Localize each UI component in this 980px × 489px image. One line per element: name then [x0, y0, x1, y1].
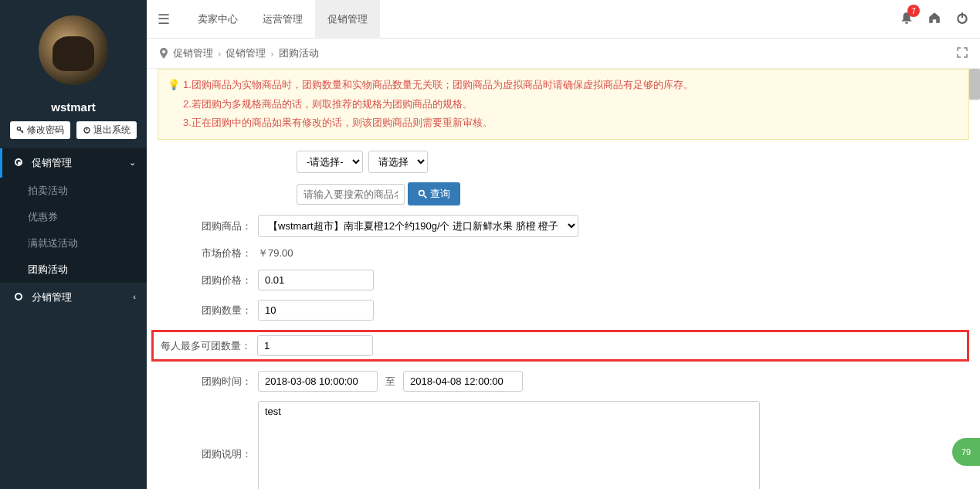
menu-toggle-icon[interactable]: ☰	[158, 11, 170, 28]
power-icon	[955, 11, 969, 25]
category-select-2[interactable]: 请选择	[368, 151, 428, 173]
max-per-person-row: 每人最多可团数量：	[151, 330, 969, 362]
time-separator: 至	[385, 375, 395, 389]
fullscreen-button[interactable]	[957, 47, 968, 60]
market-price-label: 市场价格：	[158, 246, 258, 260]
desc-label: 团购说明：	[158, 401, 258, 461]
tip-line-1: 1.团购商品为实物商品时，团购数量和实物商品数量无关联；团购商品为虚拟商品时请确…	[183, 79, 693, 90]
nav-item-auction[interactable]: 拍卖活动	[0, 178, 147, 204]
market-price-value: ￥79.00	[258, 246, 293, 260]
logout-button[interactable]: 退出系统	[76, 121, 137, 139]
avatar-section	[0, 0, 147, 93]
notification-badge: 7	[907, 5, 920, 17]
form: -请选择- 请选择 查询 团购商品： 【wstmart超市】南非夏橙12个约19…	[147, 140, 980, 489]
chevron-down-icon: ⌄	[129, 158, 136, 168]
avatar[interactable]	[39, 15, 108, 85]
search-icon	[418, 189, 428, 199]
category-select-1[interactable]: -请选择-	[297, 151, 363, 173]
nav-item-fullgift[interactable]: 满就送活动	[0, 230, 147, 256]
start-time-input[interactable]	[258, 371, 378, 392]
chevron-left-icon: ‹	[133, 292, 136, 301]
main: ☰ 卖家中心 运营管理 促销管理 7 促销管理 › 促销管理 › 团购活动	[147, 0, 980, 489]
search-button[interactable]: 查询	[408, 182, 460, 205]
tip-line-3: 3.正在团购中的商品如果有修改的话，则该团购商品则需要重新审核。	[183, 117, 493, 128]
nav-item-coupon[interactable]: 优惠券	[0, 204, 147, 230]
svg-point-4	[419, 190, 424, 195]
svg-point-3	[162, 50, 165, 53]
tip-line-2: 2.若团购为多规格商品的话，则取推荐的规格为团购商品的规格。	[183, 98, 473, 110]
key-icon	[16, 126, 25, 134]
group-price-input[interactable]	[258, 270, 374, 290]
change-password-button[interactable]: 修改密码	[10, 121, 70, 139]
end-time-input[interactable]	[403, 371, 523, 392]
radio-icon	[15, 293, 22, 301]
group-price-label: 团购价格：	[158, 273, 258, 287]
goods-select[interactable]: 【wstmart超市】南非夏橙12个约190g/个 进口新鲜水果 脐橙 橙子	[258, 215, 578, 237]
topnav-seller[interactable]: 卖家中心	[185, 0, 250, 39]
sidebar: wstmart 修改密码 退出系统 促销管理 ⌄ 拍卖活动 优惠券 满就送活动 …	[0, 0, 147, 489]
username: wstmart	[0, 100, 147, 114]
crumb-1[interactable]: 促销管理	[173, 46, 213, 60]
topnav-operations[interactable]: 运营管理	[250, 0, 315, 39]
desc-textarea[interactable]	[258, 401, 760, 489]
scrollbar[interactable]	[969, 69, 980, 489]
breadcrumb-sep: ›	[270, 48, 273, 59]
nav-sub-promotion: 拍卖活动 优惠券 满就送活动 团购活动	[0, 178, 147, 283]
expand-icon	[957, 47, 968, 58]
max-per-person-input[interactable]	[257, 335, 373, 356]
radio-icon	[15, 158, 22, 166]
power-icon	[83, 126, 91, 134]
tip-box: 💡1.团购商品为实物商品时，团购数量和实物商品数量无关联；团购商品为虚拟商品时请…	[158, 69, 969, 140]
topnav-promotion[interactable]: 促销管理	[315, 0, 380, 39]
nav-item-groupbuy[interactable]: 团购活动	[0, 256, 147, 283]
nav-group-label: 分销管理	[32, 291, 72, 303]
home-button[interactable]	[927, 11, 941, 27]
map-marker-icon	[159, 48, 168, 59]
group-qty-label: 团购数量：	[158, 304, 258, 318]
sidebar-buttons: 修改密码 退出系统	[0, 121, 147, 148]
crumb-3[interactable]: 团购活动	[279, 46, 319, 60]
goods-label: 团购商品：	[158, 219, 258, 233]
topbar-right: 7	[900, 11, 969, 27]
nav-group-distribution[interactable]: 分销管理 ‹	[0, 283, 147, 312]
search-input[interactable]	[297, 184, 405, 205]
home-icon	[927, 11, 941, 25]
nav-group-label: 促销管理	[32, 157, 72, 168]
floating-action-button[interactable]: 79	[952, 438, 980, 466]
group-qty-input[interactable]	[258, 300, 374, 321]
breadcrumb-sep: ›	[218, 48, 221, 59]
max-per-person-label: 每人最多可团数量：	[157, 339, 257, 353]
nav-group-promotion[interactable]: 促销管理 ⌄	[0, 148, 147, 178]
content: 💡1.团购商品为实物商品时，团购数量和实物商品数量无关联；团购商品为虚拟商品时请…	[147, 69, 980, 489]
time-label: 团购时间：	[158, 375, 258, 389]
breadcrumb: 促销管理 › 促销管理 › 团购活动	[147, 39, 980, 69]
crumb-2[interactable]: 促销管理	[226, 46, 266, 60]
power-button[interactable]	[955, 11, 969, 27]
bulb-icon: 💡	[168, 79, 180, 90]
topbar: ☰ 卖家中心 运营管理 促销管理 7	[147, 0, 980, 39]
notifications-button[interactable]: 7	[900, 11, 914, 27]
